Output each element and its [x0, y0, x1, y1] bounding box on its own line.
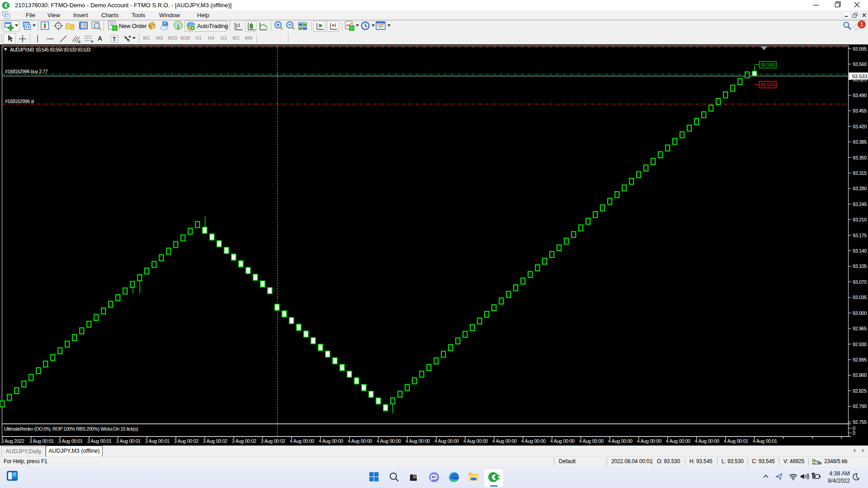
svg-text:4 Aug 00:00: 4 Aug 00:00 — [579, 438, 604, 444]
svg-text:93.245: 93.245 — [853, 202, 867, 207]
svg-text:AUDJPY,M3 93.545 93.556 93.53: AUDJPY,M3 93.545 93.556 93.533 93.533 — [10, 47, 91, 52]
svg-text:93.105: 93.105 — [853, 263, 867, 269]
svg-text:3 Aug 00:02: 3 Aug 00:02 — [232, 438, 256, 444]
svg-text:4 Aug 00:00: 4 Aug 00:00 — [695, 438, 719, 444]
svg-text:#168162996 sl: #168162996 sl — [5, 99, 34, 104]
svg-text:93.560: 93.560 — [853, 61, 867, 67]
svg-text:4 Aug 00:00: 4 Aug 00:00 — [608, 438, 632, 444]
svg-text:92.825: 92.825 — [853, 388, 867, 394]
svg-text:F: F — [91, 40, 94, 43]
svg-text:93.420: 93.420 — [853, 124, 867, 129]
svg-text:3 Aug 00:02: 3 Aug 00:02 — [203, 438, 227, 444]
svg-text:1: 1 — [860, 21, 863, 28]
svg-text:4 Aug 00:00: 4 Aug 00:00 — [319, 438, 343, 444]
svg-text:93.070: 93.070 — [853, 279, 867, 285]
svg-text:E: E — [78, 40, 81, 43]
svg-text:4 Aug 00:00: 4 Aug 00:00 — [637, 438, 661, 444]
svg-text:3 Aug 00:01: 3 Aug 00:01 — [29, 438, 54, 444]
svg-text:93.385: 93.385 — [853, 139, 867, 145]
svg-text:92.790: 92.790 — [853, 404, 867, 409]
svg-text:93.000: 93.000 — [853, 310, 867, 316]
svg-text:4 Aug 00:00: 4 Aug 00:00 — [492, 438, 517, 444]
svg-text:4 Aug 00:00: 4 Aug 00:00 — [348, 438, 372, 444]
svg-text:92.965: 92.965 — [853, 326, 867, 331]
svg-text:93.533: 93.533 — [852, 74, 868, 79]
svg-text:92.755: 92.755 — [853, 419, 867, 425]
svg-text:93.560: 93.560 — [760, 62, 775, 67]
svg-text:3 Aug 00:02: 3 Aug 00:02 — [174, 438, 198, 444]
svg-text:3 Aug 00:01: 3 Aug 00:01 — [58, 438, 83, 444]
svg-text:93.350: 93.350 — [853, 155, 867, 160]
svg-text:UltimateRenko (OO:0%, ROP:100%: UltimateRenko (OO:0%, ROP:100% RBS:200%)… — [4, 426, 138, 432]
svg-text:4 Aug 00:00: 4 Aug 00:00 — [666, 438, 690, 444]
svg-text:4 Aug 00:01: 4 Aug 00:01 — [753, 438, 777, 444]
svg-text:4 Aug 00:00: 4 Aug 00:00 — [406, 438, 430, 444]
svg-text:93.515: 93.515 — [760, 82, 775, 87]
svg-text:93.455: 93.455 — [853, 108, 867, 113]
svg-text:3 Aug 00:01: 3 Aug 00:01 — [116, 438, 141, 444]
svg-text:4 Aug 00:00: 4 Aug 00:00 — [434, 438, 459, 444]
svg-text:93.175: 93.175 — [853, 233, 867, 238]
svg-text:93.595: 93.595 — [853, 46, 867, 52]
svg-text:92.895: 92.895 — [853, 357, 867, 362]
svg-text:#168162996 buy 2.77: #168162996 buy 2.77 — [5, 69, 48, 74]
svg-text:4 Aug 00:00: 4 Aug 00:00 — [377, 438, 401, 444]
svg-text:3 Aug 2022: 3 Aug 2022 — [1, 438, 24, 444]
svg-text:93.035: 93.035 — [853, 295, 867, 300]
svg-text:3 Aug 00:01: 3 Aug 00:01 — [145, 438, 170, 444]
svg-text:92.860: 92.860 — [853, 372, 867, 378]
svg-text:4 Aug 00:00: 4 Aug 00:00 — [550, 438, 575, 444]
svg-text:93.490: 93.490 — [853, 93, 867, 98]
svg-text:4 Aug 00:00: 4 Aug 00:00 — [521, 438, 546, 444]
svg-text:4 Aug 00:01: 4 Aug 00:01 — [724, 438, 748, 444]
svg-text:4 Aug 00:00: 4 Aug 00:00 — [290, 438, 314, 444]
svg-text:3 Aug 00:02: 3 Aug 00:02 — [261, 438, 285, 444]
svg-text:93.315: 93.315 — [853, 170, 867, 176]
svg-text:93.210: 93.210 — [853, 217, 867, 222]
svg-text:92.930: 92.930 — [853, 342, 867, 347]
svg-text:0: 0 — [853, 430, 855, 436]
svg-text:93.280: 93.280 — [853, 186, 867, 191]
svg-text:4 Aug 00:00: 4 Aug 00:00 — [463, 438, 488, 444]
svg-text:T: T — [113, 36, 116, 42]
svg-text:93.140: 93.140 — [853, 248, 867, 253]
svg-text:3 Aug 00:01: 3 Aug 00:01 — [87, 438, 112, 444]
